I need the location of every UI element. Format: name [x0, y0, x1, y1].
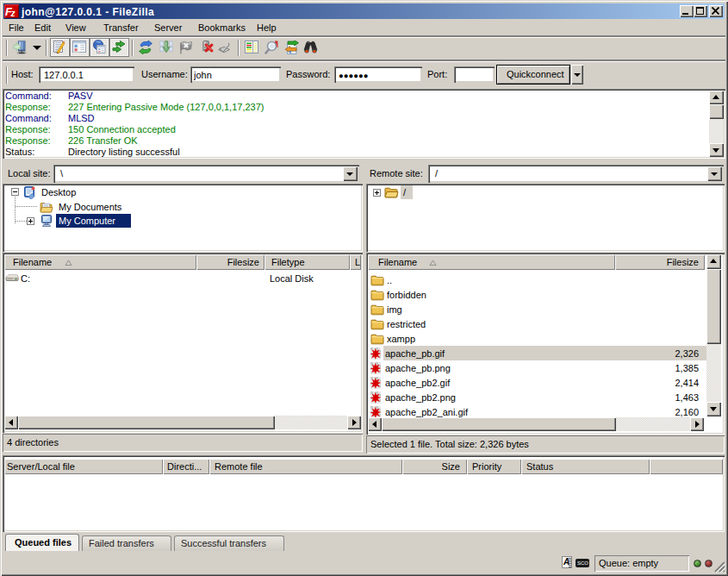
- svg-text:z: z: [10, 9, 16, 18]
